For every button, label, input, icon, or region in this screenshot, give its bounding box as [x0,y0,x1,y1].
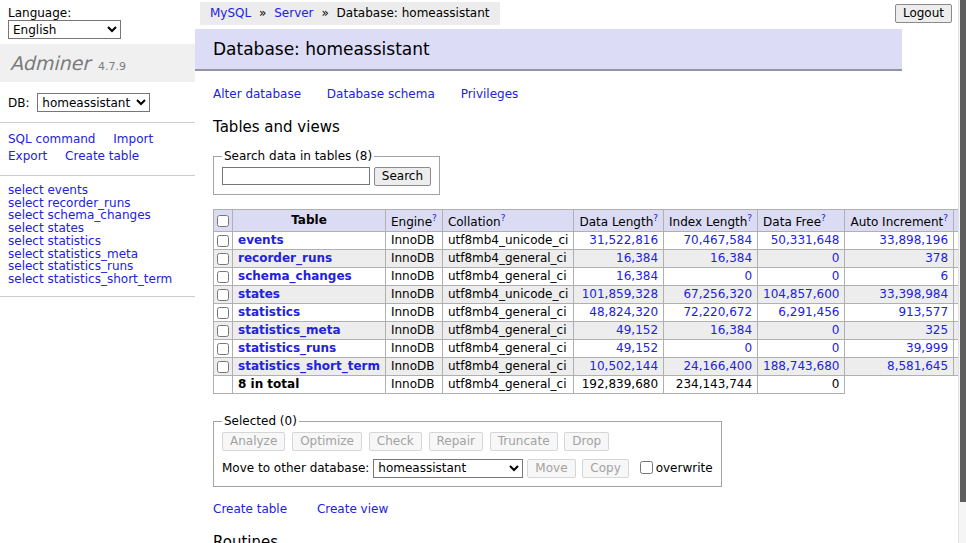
row-checkbox[interactable] [217,307,229,319]
index-length-link[interactable]: 0 [744,269,752,283]
cell-collation: utf8mb4_unicode_ci [442,286,574,304]
column-header-auto-increment: Auto Increment? [845,210,954,232]
sidebar-link-export[interactable]: Export [8,149,47,163]
row-checkbox[interactable] [217,235,229,247]
cell-engine: InnoDB [385,340,442,358]
language-select[interactable]: English [8,20,121,39]
index-length-link[interactable]: 67,256,320 [683,287,752,301]
index-length-link[interactable]: 0 [744,341,752,355]
data-length-link[interactable]: 16,384 [616,251,658,265]
move-button[interactable]: Move [527,459,575,478]
search-input[interactable] [222,167,370,185]
data-free-link[interactable]: 6,291,456 [778,305,839,319]
data-length-link[interactable]: 16,384 [616,269,658,283]
data-free-link[interactable]: 0 [832,341,840,355]
data-length-link[interactable]: 10,502,144 [589,359,658,373]
vertical-scrollbar[interactable] [958,0,966,543]
sidebar-link-sql-command[interactable]: SQL command [8,132,95,146]
truncate-button[interactable]: Truncate [490,432,558,451]
column-header-index-length: Index Length? [664,210,758,232]
help-icon[interactable]: ? [821,213,826,223]
check-button[interactable]: Check [369,432,422,451]
table-link[interactable]: statistics_short_term [238,359,380,373]
breadcrumb-link-server[interactable]: Server [274,6,313,20]
create-table-link[interactable]: Create table [213,502,287,516]
data-length-link[interactable]: 49,152 [616,323,658,337]
data-free-link[interactable]: 0 [832,269,840,283]
analyze-button[interactable]: Analyze [222,432,285,451]
table-link[interactable]: statistics_meta [238,323,341,337]
optimize-button[interactable]: Optimize [292,432,362,451]
table-link[interactable]: statistics_runs [238,341,336,355]
table-link[interactable]: statistics [238,305,300,319]
sidebar-link-import[interactable]: Import [113,132,153,146]
help-icon[interactable]: ? [943,213,948,223]
auto-increment-link[interactable]: 913,577 [898,305,948,319]
sidebar-link-create-table[interactable]: Create table [65,149,139,163]
auto-increment-link[interactable]: 33,398,984 [879,287,948,301]
row-checkbox[interactable] [217,361,229,373]
auto-increment-link[interactable]: 33,898,196 [879,233,948,247]
move-database-select[interactable]: homeassistant [373,459,523,478]
auto-increment-link[interactable]: 325 [925,323,948,337]
table-header-row: Table Engine? Collation? Data Length? In… [214,210,966,232]
sidebar-item-select-statistics-short-term[interactable]: select statistics_short_term [8,273,187,286]
help-icon[interactable]: ? [432,213,437,223]
privileges-link[interactable]: Privileges [461,87,519,101]
table-link[interactable]: events [238,233,284,247]
table-link[interactable]: recorder_runs [238,251,332,265]
db-select[interactable]: homeassistant [37,93,150,112]
overwrite-checkbox[interactable] [640,461,653,474]
auto-increment-link[interactable]: 6 [940,269,948,283]
row-checkbox[interactable] [217,289,229,301]
data-length-link[interactable]: 48,824,320 [589,305,658,319]
table-link[interactable]: states [238,287,280,301]
repair-button[interactable]: Repair [429,432,483,451]
data-length-link[interactable]: 49,152 [616,341,658,355]
page-title: Database: homeassistant [195,29,902,71]
help-icon[interactable]: ? [653,213,658,223]
data-length-link[interactable]: 31,522,816 [589,233,658,247]
data-length-link[interactable]: 101,859,328 [582,287,658,301]
database-schema-link[interactable]: Database schema [327,87,435,101]
index-length-link[interactable]: 16,384 [710,323,752,337]
logout-button[interactable]: Logout [895,4,952,23]
auto-increment-link[interactable]: 8,581,645 [887,359,948,373]
alter-database-link[interactable]: Alter database [213,87,301,101]
table-link[interactable]: schema_changes [238,269,352,283]
data-free-link[interactable]: 0 [832,323,840,337]
data-free-link[interactable]: 188,743,680 [763,359,839,373]
move-to-database-label: Move to other database: [222,461,369,475]
breadcrumb-link-mysql[interactable]: MySQL [210,6,251,20]
help-icon[interactable]: ? [501,213,506,223]
index-length-link[interactable]: 72,220,672 [683,305,752,319]
table-row: states InnoDB utf8mb4_unicode_ci 101,859… [214,286,966,304]
help-icon[interactable]: ? [747,213,752,223]
row-checkbox[interactable] [217,253,229,265]
cell-collation: utf8mb4_general_ci [442,268,574,286]
data-free-link[interactable]: 0 [832,251,840,265]
sidebar-item-select-states[interactable]: select states [8,222,187,235]
create-view-link[interactable]: Create view [317,502,388,516]
column-header-table: Table [233,210,386,232]
auto-increment-link[interactable]: 378 [925,251,948,265]
select-all-checkbox[interactable] [217,215,229,227]
index-length-link[interactable]: 24,166,400 [683,359,752,373]
sidebar-item-select-events[interactable]: select events [8,184,187,197]
row-checkbox[interactable] [217,271,229,283]
index-length-link[interactable]: 16,384 [710,251,752,265]
copy-button[interactable]: Copy [582,459,628,478]
scrollbar-thumb[interactable] [960,0,966,502]
breadcrumb: MySQL » Server » Database: homeassistant [200,2,500,25]
sidebar-item-select-statistics[interactable]: select statistics [8,235,187,248]
auto-increment-link[interactable]: 39,999 [906,341,948,355]
row-checkbox[interactable] [217,325,229,337]
adminer-logo-name: Adminer [10,52,90,74]
search-button[interactable]: Search [374,167,431,186]
data-free-link[interactable]: 50,331,648 [771,233,840,247]
index-length-link[interactable]: 70,467,584 [683,233,752,247]
row-checkbox[interactable] [217,343,229,355]
data-free-link[interactable]: 104,857,600 [763,287,839,301]
column-header-data-free: Data Free? [758,210,845,232]
drop-button[interactable]: Drop [564,432,609,451]
